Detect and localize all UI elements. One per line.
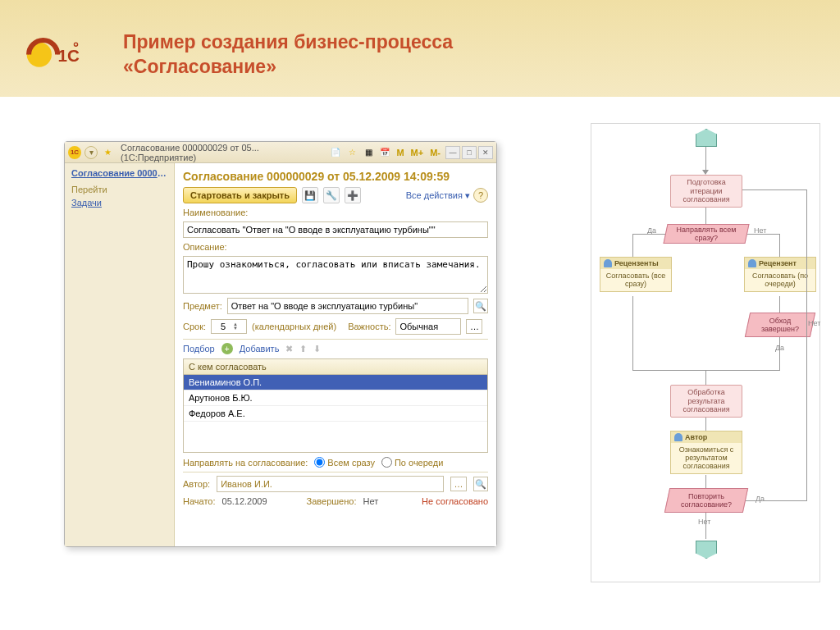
priority-select-icon[interactable]: … <box>466 319 482 334</box>
started-value: 05.12.2009 <box>222 496 267 506</box>
grid-row[interactable]: Вениаминов О.П. <box>184 375 487 390</box>
nav-section-goto: Перейти <box>71 185 167 194</box>
close-button[interactable]: ✕ <box>478 146 493 159</box>
calendar-icon[interactable]: 📅 <box>378 146 391 159</box>
flow-task-reviewers: Рецензенты Согласовать (все сразу) <box>600 257 672 292</box>
flow-end <box>696 541 717 559</box>
description-input[interactable] <box>183 256 488 294</box>
flow-label-yes3: Да <box>756 495 765 503</box>
label-priority: Важность: <box>348 322 390 331</box>
action-icon[interactable]: 🔧 <box>323 187 340 203</box>
app-window: 1C ▾ ★ Согласование 000000029 от 05... (… <box>64 141 497 547</box>
flowchart: Подготовка итерации согласования Направл… <box>591 123 820 582</box>
logo-1c: 1C <box>25 32 82 77</box>
main-pane: Согласование 000000029 от 05.12.2009 14:… <box>175 163 496 546</box>
flow-task-reviewer: Рецензент Согласовать (по очереди) <box>744 257 816 292</box>
flow-prepare: Подготовка итерации согласования <box>670 175 742 208</box>
save-icon[interactable]: 💾 <box>302 187 318 203</box>
flow-decision-repeat: Повторить согласование? <box>664 488 748 513</box>
flow-start <box>696 129 717 147</box>
flow-decision-done: Обход завершен? <box>745 313 815 337</box>
maximize-button[interactable]: □ <box>462 146 477 159</box>
star2-icon[interactable]: ☆ <box>345 146 358 159</box>
label-started: Начато: <box>183 496 216 506</box>
pick-link[interactable]: Подбор <box>183 344 215 354</box>
radio-all[interactable]: Всем сразу <box>314 457 375 468</box>
grid-header: С кем согласовать <box>184 359 487 375</box>
label-name: Наименование: <box>183 208 488 217</box>
user-icon <box>748 259 756 267</box>
subject-input[interactable]: Ответ на "О вводе в эксплуатацию турбины… <box>227 298 468 314</box>
add-link[interactable]: Добавить <box>240 344 280 354</box>
mem-mplus[interactable]: M+ <box>409 148 426 158</box>
start-and-close-button[interactable]: Стартовать и закрыть <box>183 187 297 203</box>
add-row-icon[interactable]: + <box>221 343 233 354</box>
flow-task-author: Автор Ознакомиться с результатом согласо… <box>670 431 742 474</box>
nav-pane: Согласование 000000... Перейти Задачи <box>65 163 175 546</box>
mem-m[interactable]: M <box>395 148 405 158</box>
window-titlebar: 1C ▾ ★ Согласование 000000029 от 05... (… <box>65 142 496 163</box>
approval-status: Не согласовано <box>422 496 488 506</box>
label-author: Автор: <box>183 479 210 489</box>
favorite-icon[interactable]: ★ <box>101 146 114 159</box>
author-select-icon[interactable]: … <box>450 477 467 491</box>
nav-current[interactable]: Согласование 000000... <box>71 168 167 178</box>
minimize-button[interactable]: — <box>445 146 460 159</box>
move-up-icon: ⬆ <box>299 344 307 354</box>
flow-process-result: Обработка результата согласования <box>670 385 742 418</box>
label-deadline: Срок: <box>183 322 206 331</box>
nav-link-tasks[interactable]: Задачи <box>71 198 167 208</box>
priority-input[interactable]: Обычная <box>395 318 461 335</box>
flow-decision-all: Направлять всем сразу? <box>663 224 749 244</box>
subject-lookup-icon[interactable]: 🔍 <box>473 299 488 313</box>
add-icon[interactable]: ➕ <box>345 187 361 203</box>
grid-row[interactable]: Федоров А.Е. <box>184 406 487 422</box>
finished-value: Нет <box>363 496 379 506</box>
label-subject: Предмет: <box>183 301 222 311</box>
calc-icon[interactable]: ▦ <box>362 146 375 159</box>
window-title: Согласование 000000029 от 05... (1С:Пред… <box>117 143 326 162</box>
user-icon <box>674 433 682 441</box>
spin-down-icon[interactable]: ▼ <box>233 326 238 331</box>
deadline-value[interactable] <box>213 322 233 331</box>
deadline-stepper[interactable]: ▲▼ <box>211 319 247 334</box>
move-down-icon: ⬇ <box>313 344 321 354</box>
mem-mminus[interactable]: M- <box>428 148 442 158</box>
label-finished: Завершено: <box>307 496 357 506</box>
toolbar-icon[interactable]: 📄 <box>329 146 342 159</box>
label-description: Описание: <box>183 242 488 252</box>
delete-icon: ✖ <box>285 344 293 354</box>
back-icon[interactable]: ▾ <box>84 146 98 159</box>
svg-point-2 <box>74 43 77 46</box>
approvers-grid[interactable]: С кем согласовать Вениаминов О.П. Арутюн… <box>183 358 488 453</box>
flow-label-no2: Нет <box>808 319 820 327</box>
author-input[interactable]: Иванов И.И. <box>217 476 444 492</box>
app-icon: 1C <box>68 146 81 159</box>
form-title: Согласование 000000029 от 05.12.2009 14:… <box>183 170 488 183</box>
name-input[interactable] <box>183 221 488 238</box>
user-icon <box>604 259 612 267</box>
radio-seq[interactable]: По очереди <box>381 457 443 468</box>
slide-title: Пример создания бизнес-процесса «Согласо… <box>123 30 453 80</box>
flow-label-no3: Нет <box>698 518 710 526</box>
svg-text:1C: 1C <box>58 46 80 65</box>
all-actions-menu[interactable]: Все действия ▾ <box>406 190 470 201</box>
help-icon[interactable]: ? <box>473 188 488 203</box>
label-route: Направлять на согласование: <box>183 458 308 468</box>
grid-row[interactable]: Арутюнов Б.Ю. <box>184 390 487 406</box>
deadline-unit: (календарных дней) <box>252 322 336 331</box>
author-lookup-icon[interactable]: 🔍 <box>473 477 488 491</box>
